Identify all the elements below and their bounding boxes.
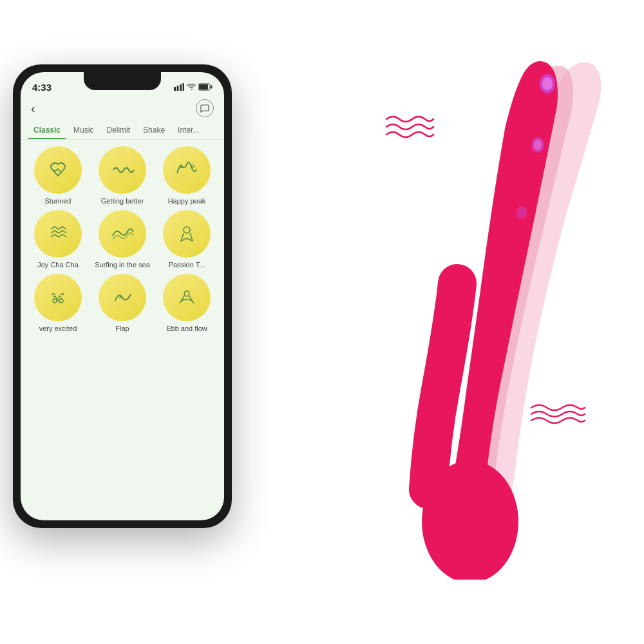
mode-surfing-sea[interactable]: Surfing in the sea [93,210,152,269]
mode-ebb-flow-circle [163,274,211,321]
mode-passion-circle [163,210,211,258]
mode-getting-better[interactable]: Getting better [93,146,152,205]
mode-getting-better-label: Getting better [101,197,144,205]
scene: 4:33 [0,0,644,644]
mode-passion[interactable]: Passion T... [157,210,216,269]
mode-flap[interactable]: Flap [93,274,152,332]
wifi-icon [187,84,196,91]
svg-rect-2 [180,84,182,91]
svg-rect-1 [177,86,179,91]
tab-shake[interactable]: Shake [138,122,170,139]
mode-ebb-flow[interactable]: Ebb and flow [157,274,216,332]
mode-happy-peak[interactable]: Happy peak [157,146,216,205]
mode-very-excited[interactable]: very excited [28,274,88,332]
svg-point-11 [59,299,63,303]
mode-stunned[interactable]: Stunned [28,146,88,205]
mode-surfing-sea-label: Surfing in the sea [95,261,150,269]
mode-flap-circle [99,274,146,321]
svg-point-16 [534,140,542,150]
mode-joy-cha-cha-circle [34,210,82,258]
back-button[interactable]: ‹ [31,101,35,116]
mode-happy-peak-label: Happy peak [168,197,206,205]
mode-joy-cha-cha-label: Joy Cha Cha [37,261,79,269]
signal-icon [174,83,184,91]
mode-very-excited-label: very excited [39,325,77,332]
mode-getting-better-circle [99,146,146,194]
mode-stunned-label: Stunned [45,197,71,205]
svg-point-9 [184,227,190,233]
battery-icon [198,83,213,91]
mode-flap-label: Flap [115,325,129,332]
phone-screen: 4:33 [21,72,224,520]
notch [84,72,161,90]
status-icons [174,83,213,91]
svg-rect-6 [211,86,213,89]
mode-happy-peak-circle [163,146,211,194]
svg-rect-0 [174,87,176,91]
product-container [348,52,618,580]
mode-very-excited-circle [34,274,82,321]
tab-music[interactable]: Music [68,122,99,139]
mode-passion-label: Passion T... [169,261,205,269]
mode-surfing-sea-circle [99,210,146,258]
svg-point-10 [53,299,57,303]
top-nav: ‹ [21,97,224,122]
vibe-lines-top [383,113,435,138]
svg-point-17 [516,206,527,219]
svg-point-14 [542,77,553,90]
tabs-container: Classic Music Delimit Shake Inter... [21,122,224,140]
status-time: 4:33 [32,82,52,93]
tab-delimit[interactable]: Delimit [101,122,135,139]
mode-ebb-flow-label: Ebb and flow [166,325,207,332]
svg-point-12 [184,291,189,296]
tab-inter[interactable]: Inter... [173,122,204,139]
phone: 4:33 [13,64,232,528]
mode-joy-cha-cha[interactable]: Joy Cha Cha [28,210,88,269]
chat-icon[interactable] [196,99,214,117]
modes-grid: Stunned Getting better [21,146,224,332]
svg-rect-5 [199,84,208,90]
svg-rect-3 [183,83,185,91]
vibe-lines-bottom [528,402,586,425]
mode-stunned-circle [34,146,82,194]
tab-classic[interactable]: Classic [28,122,66,139]
